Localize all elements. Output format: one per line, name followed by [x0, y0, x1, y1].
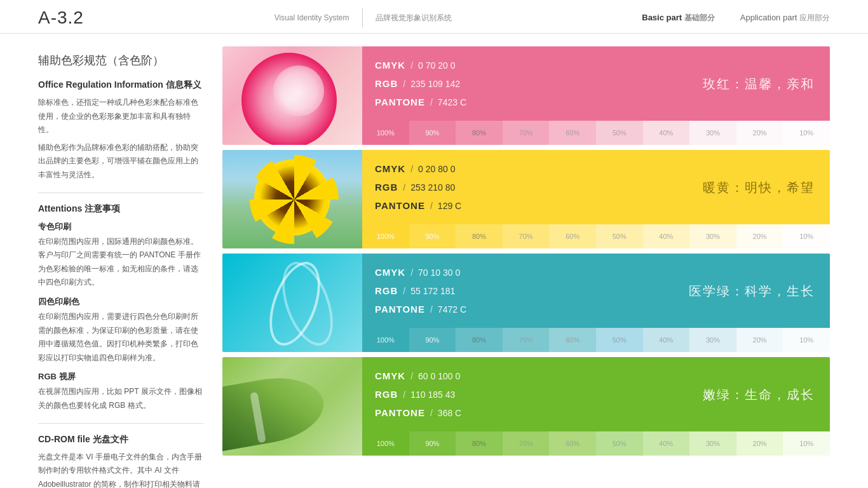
color-panels: CMYK/0 70 20 0 RGB/235 109 142 PANTONE/7… — [222, 46, 830, 488]
rose-step-40: 40% — [643, 121, 690, 145]
rose-step-100: 100% — [362, 121, 409, 145]
section3-title: CD-ROM file 光盘文件 — [38, 434, 203, 445]
yellow-gradient-bar: 100% 90% 80% 70% 60% 50% 40% 30% 20% 10% — [362, 224, 830, 248]
teal-step-70: 70% — [503, 328, 550, 352]
rose-step-80: 80% — [456, 121, 503, 145]
header: A-3.2 Visual Identity System 品牌视觉形象识别系统 … — [0, 0, 868, 34]
teal-step-90: 90% — [409, 328, 456, 352]
subsection2-text: 在印刷范围内应用，需要进行四色分色印刷时所需的颜色标准，为保证印刷的色彩质量，请… — [38, 310, 203, 365]
yellow-step-40: 40% — [643, 224, 690, 248]
subsection1-title: 专色印刷 — [38, 221, 203, 233]
color-panel-green: CMYK/60 0 100 0 RGB/110 185 43 PANTONE/3… — [222, 357, 830, 456]
main-content: 辅助色彩规范（含色阶） Office Regulation Informatio… — [0, 46, 868, 488]
teal-step-80: 80% — [456, 328, 503, 352]
rose-step-60: 60% — [549, 121, 596, 145]
rose-step-30: 30% — [689, 121, 736, 145]
green-gradient-bar: 100% 90% 80% 70% 60% 50% 40% 30% 20% 10% — [362, 431, 830, 456]
color-panel-yellow: CMYK/0 20 80 0 RGB/253 210 80 PANTONE/12… — [222, 150, 830, 248]
green-info: CMYK/60 0 100 0 RGB/110 185 43 PANTONE/3… — [362, 357, 830, 456]
header-center: Visual Identity System 品牌视觉形象识别系统 — [275, 8, 452, 27]
teal-step-100: 100% — [362, 328, 409, 352]
green-step-10: 10% — [783, 431, 830, 456]
section2-title: Attentions 注意事项 — [38, 203, 203, 215]
teal-step-60: 60% — [549, 328, 596, 352]
yellow-label: 暖黄：明快，希望 — [703, 179, 815, 196]
teal-label: 医学绿：科学，生长 — [689, 282, 815, 299]
yellow-step-70: 70% — [503, 224, 550, 248]
rose-step-70: 70% — [503, 121, 550, 145]
teal-pantone: PANTONE/7472 C — [375, 301, 817, 318]
teal-step-40: 40% — [643, 328, 690, 352]
green-step-80: 80% — [456, 431, 503, 456]
green-pantone: PANTONE/368 C — [375, 404, 817, 421]
green-label: 嫩绿：生命，成长 — [703, 386, 815, 403]
yellow-pantone: PANTONE/129 C — [375, 197, 817, 214]
green-step-40: 40% — [643, 431, 690, 456]
subsection1-text: 在印刷范围内应用，国际通用的印刷颜色标准。客户与印厂之间需要有统一的 PANTO… — [38, 235, 203, 290]
subsection3-title: RGB 视屏 — [38, 371, 203, 383]
nav-basic-part[interactable]: Basic part 基础部分 — [642, 13, 715, 24]
header-nav: Basic part 基础部分 Application part 应用部分 — [642, 13, 830, 24]
nav-application-part[interactable]: Application part 应用部分 — [740, 13, 830, 24]
green-step-100: 100% — [362, 431, 409, 456]
rose-cmyk: CMYK/0 70 20 0 — [375, 57, 817, 74]
yellow-step-30: 30% — [689, 224, 736, 248]
rose-gradient-bar: 100% 90% 80% 70% 60% 50% 40% 30% 20% 10% — [362, 121, 830, 145]
rose-step-50: 50% — [596, 121, 643, 145]
yellow-info: CMYK/0 20 80 0 RGB/253 210 80 PANTONE/12… — [362, 150, 830, 248]
yellow-cmyk: CMYK/0 20 80 0 — [375, 160, 817, 177]
rose-info: CMYK/0 70 20 0 RGB/235 109 142 PANTONE/7… — [362, 46, 830, 145]
green-step-20: 20% — [736, 431, 783, 456]
nav-center-cn: 品牌视觉形象识别系统 — [376, 13, 452, 24]
nav-app-en: Application part — [740, 13, 797, 22]
rose-image — [222, 46, 362, 145]
rose-step-90: 90% — [409, 121, 456, 145]
subsection2-title: 四色印刷色 — [38, 296, 203, 308]
nav-center-en: Visual Identity System — [275, 13, 349, 22]
rose-color-main: CMYK/0 70 20 0 RGB/235 109 142 PANTONE/7… — [362, 46, 830, 121]
yellow-color-main: CMYK/0 20 80 0 RGB/253 210 80 PANTONE/12… — [362, 150, 830, 224]
yellow-step-100: 100% — [362, 224, 409, 248]
green-color-main: CMYK/60 0 100 0 RGB/110 185 43 PANTONE/3… — [362, 357, 830, 431]
rose-step-10: 10% — [783, 121, 830, 145]
rose-label: 玫红：温馨，亲和 — [703, 75, 815, 92]
page-id: A-3.2 — [38, 8, 84, 28]
teal-color-main: CMYK/70 10 30 0 RGB/55 172 181 PANTONE/7… — [362, 254, 830, 328]
green-step-50: 50% — [596, 431, 643, 456]
sidebar: 辅助色彩规范（含色阶） Office Regulation Informatio… — [38, 46, 203, 488]
rose-step-20: 20% — [736, 121, 783, 145]
section1-title: Office Regulation Information 信息释义 — [38, 79, 203, 91]
section3-text: 光盘文件是本 VI 手册电子文件的集合，内含手册制作时的专用软件格式文件。其中 … — [38, 451, 203, 489]
nav-basic-en: Basic part — [642, 13, 682, 22]
section1-text2: 辅助色彩作为品牌标准色彩的辅助搭配，协助突出品牌的主要色彩，可增强平辅在颜色应用… — [38, 141, 203, 182]
yellow-step-90: 90% — [409, 224, 456, 248]
rose-pantone: PANTONE/7423 C — [375, 93, 817, 111]
sidebar-divider-2 — [38, 423, 203, 424]
yellow-step-50: 50% — [596, 224, 643, 248]
header-divider — [362, 8, 363, 27]
green-step-70: 70% — [503, 431, 550, 456]
yellow-step-80: 80% — [456, 224, 503, 248]
sunflower-image — [222, 150, 362, 248]
yellow-step-20: 20% — [736, 224, 783, 248]
sidebar-title: 辅助色彩规范（含色阶） — [38, 53, 203, 68]
green-step-60: 60% — [549, 431, 596, 456]
teal-cmyk: CMYK/70 10 30 0 — [375, 264, 817, 281]
teal-step-10: 10% — [783, 328, 830, 352]
color-panel-teal: CMYK/70 10 30 0 RGB/55 172 181 PANTONE/7… — [222, 254, 830, 352]
green-step-90: 90% — [409, 431, 456, 456]
nav-basic-cn: 基础部分 — [684, 13, 715, 22]
dna-image — [222, 254, 362, 352]
yellow-step-60: 60% — [549, 224, 596, 248]
leaf-image — [222, 357, 362, 456]
teal-gradient-bar: 100% 90% 80% 70% 60% 50% 40% 30% 20% 10% — [362, 328, 830, 352]
subsection3-text: 在视屏范围内应用，比如 PPT 展示文件，图像相关的颜色也要转化成 RGB 格式… — [38, 385, 203, 412]
teal-step-20: 20% — [736, 328, 783, 352]
section1-text1: 除标准色，还指定一种或几种色彩来配合标准色使用，使企业的色彩形象更加丰富和具有独… — [38, 96, 203, 137]
teal-info: CMYK/70 10 30 0 RGB/55 172 181 PANTONE/7… — [362, 254, 830, 352]
yellow-step-10: 10% — [783, 224, 830, 248]
sidebar-divider-1 — [38, 193, 203, 193]
green-cmyk: CMYK/60 0 100 0 — [375, 367, 817, 384]
nav-app-cn: 应用部分 — [799, 13, 830, 22]
teal-step-50: 50% — [596, 328, 643, 352]
